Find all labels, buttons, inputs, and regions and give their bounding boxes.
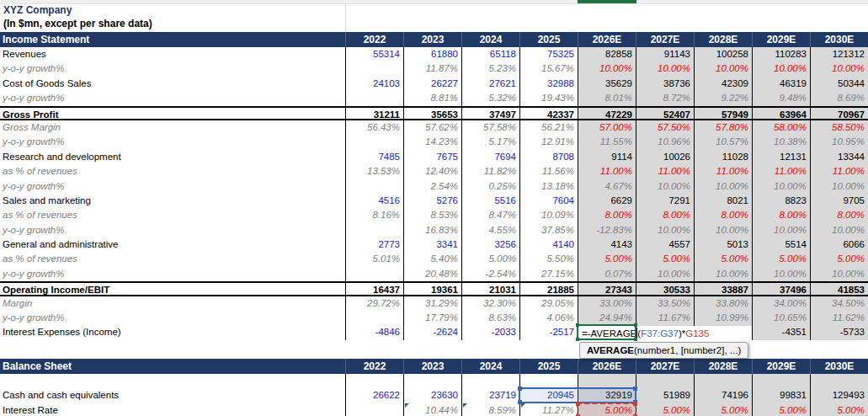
- data-cell[interactable]: 31.29%: [403, 296, 461, 311]
- data-cell[interactable]: 10.44%: [403, 403, 461, 416]
- data-cell[interactable]: 4143: [578, 237, 636, 252]
- data-cell[interactable]: 12.91%: [519, 135, 578, 149]
- data-cell[interactable]: 9.22%: [694, 91, 752, 105]
- data-cell[interactable]: 5013: [694, 237, 752, 252]
- data-cell[interactable]: 11.00%: [578, 164, 636, 179]
- column-header[interactable]: 2026E: [578, 32, 636, 47]
- data-cell[interactable]: 13.18%: [519, 179, 578, 194]
- column-header[interactable]: 2023: [403, 32, 461, 47]
- data-cell[interactable]: [345, 179, 403, 194]
- data-cell[interactable]: 7485: [345, 150, 403, 164]
- data-cell[interactable]: 47229: [578, 108, 636, 119]
- data-cell[interactable]: [519, 374, 578, 388]
- data-cell[interactable]: [578, 374, 636, 388]
- data-cell[interactable]: 65118: [461, 47, 519, 61]
- data-cell[interactable]: 5.00%: [578, 252, 636, 266]
- data-cell[interactable]: 8.69%: [810, 91, 868, 105]
- data-cell[interactable]: 57.80%: [694, 120, 752, 135]
- data-cell[interactable]: 33.00%: [578, 296, 636, 311]
- data-cell[interactable]: -4351: [752, 325, 810, 339]
- data-cell[interactable]: [345, 223, 403, 237]
- data-cell[interactable]: 11.82%: [461, 164, 519, 179]
- data-cell[interactable]: 58.50%: [810, 120, 868, 135]
- column-header-strip[interactable]: [0, 0, 868, 4]
- data-cell[interactable]: 8.01%: [578, 91, 636, 105]
- data-cell[interactable]: 8708: [519, 150, 578, 164]
- row-label-cell[interactable]: as % of revenues: [0, 252, 345, 266]
- data-cell[interactable]: 5.32%: [461, 91, 519, 105]
- fill-handle[interactable]: [576, 323, 579, 327]
- data-cell[interactable]: 8.63%: [461, 311, 519, 325]
- data-cell[interactable]: 5.00%: [636, 252, 694, 266]
- data-cell[interactable]: 5.01%: [345, 252, 403, 266]
- data-cell[interactable]: 10.00%: [752, 267, 810, 281]
- data-cell[interactable]: 2.54%: [403, 179, 461, 194]
- data-cell[interactable]: 10.96%: [636, 135, 694, 149]
- data-cell[interactable]: [345, 61, 403, 76]
- data-cell[interactable]: 57.00%: [578, 120, 636, 135]
- data-cell[interactable]: 57949: [694, 108, 752, 119]
- range-handle[interactable]: [633, 387, 637, 391]
- data-cell[interactable]: 10.00%: [752, 179, 810, 194]
- data-cell[interactable]: 37.85%: [519, 223, 578, 237]
- data-cell[interactable]: 51989: [636, 388, 694, 403]
- row-label-cell[interactable]: Operating Income/EBIT: [0, 283, 345, 294]
- data-cell[interactable]: 5.00%: [752, 403, 810, 416]
- data-cell[interactable]: 10.00%: [636, 179, 694, 194]
- row-label-cell[interactable]: y-o-y growth%: [0, 311, 345, 325]
- column-header[interactable]: 2024: [461, 32, 519, 47]
- fill-handle[interactable]: [634, 323, 637, 327]
- data-cell[interactable]: 5.23%: [461, 61, 519, 76]
- data-cell[interactable]: 24.94%: [578, 311, 636, 325]
- data-cell[interactable]: 9.48%: [752, 91, 810, 105]
- data-cell[interactable]: 10.00%: [636, 223, 694, 237]
- data-cell[interactable]: [810, 374, 868, 388]
- data-cell[interactable]: 7694: [461, 150, 519, 164]
- referenced-cell-red[interactable]: [577, 403, 636, 416]
- data-cell[interactable]: 11.00%: [694, 164, 752, 179]
- data-cell[interactable]: 27343: [578, 283, 636, 294]
- data-cell[interactable]: 56.43%: [345, 120, 403, 135]
- data-cell[interactable]: 9705: [810, 194, 868, 208]
- data-cell[interactable]: 4.55%: [461, 223, 519, 237]
- column-header[interactable]: 2027E: [636, 32, 694, 47]
- data-cell[interactable]: 3256: [461, 237, 519, 252]
- data-cell[interactable]: 50344: [810, 77, 868, 91]
- data-cell[interactable]: 8.47%: [461, 208, 519, 222]
- data-cell[interactable]: -2624: [403, 325, 461, 339]
- data-cell[interactable]: 33.80%: [694, 296, 752, 311]
- data-cell[interactable]: 10.09%: [519, 208, 578, 222]
- data-cell[interactable]: 63964: [752, 108, 810, 119]
- data-cell[interactable]: 58.00%: [752, 120, 810, 135]
- data-cell[interactable]: -12.83%: [578, 223, 636, 237]
- data-cell[interactable]: 10026: [636, 150, 694, 164]
- data-cell[interactable]: 17.79%: [403, 311, 461, 325]
- range-handle[interactable]: [576, 402, 580, 406]
- data-cell[interactable]: 4.67%: [578, 179, 636, 194]
- data-cell[interactable]: 42337: [519, 108, 578, 119]
- data-cell[interactable]: [403, 374, 461, 388]
- error-flag-icon[interactable]: [463, 403, 467, 408]
- data-cell[interactable]: 8021: [694, 194, 752, 208]
- data-cell[interactable]: 29.72%: [345, 296, 403, 311]
- row-label-cell[interactable]: Interest Rate: [0, 403, 345, 416]
- fill-handle[interactable]: [634, 338, 637, 341]
- data-cell[interactable]: -2033: [461, 325, 519, 339]
- data-cell[interactable]: -4846: [345, 325, 403, 339]
- data-cell[interactable]: 8.16%: [345, 208, 403, 222]
- data-cell[interactable]: 61880: [403, 47, 461, 61]
- row-label-cell[interactable]: as % of revenues: [0, 208, 345, 222]
- column-header[interactable]: 2028E: [694, 32, 752, 47]
- data-cell[interactable]: 8.81%: [403, 91, 461, 105]
- data-cell[interactable]: [461, 374, 519, 388]
- data-cell[interactable]: 13.53%: [345, 164, 403, 179]
- data-cell[interactable]: 10.00%: [752, 61, 810, 76]
- data-cell[interactable]: 99831: [752, 388, 810, 403]
- data-cell[interactable]: 12131: [752, 150, 810, 164]
- data-cell[interactable]: 5.00%: [752, 252, 810, 266]
- row-label-cell[interactable]: Gross Margin: [0, 120, 345, 135]
- data-cell[interactable]: 57.62%: [403, 120, 461, 135]
- data-cell[interactable]: 20.48%: [403, 267, 461, 281]
- range-handle[interactable]: [518, 400, 522, 404]
- data-cell[interactable]: 110283: [752, 47, 810, 61]
